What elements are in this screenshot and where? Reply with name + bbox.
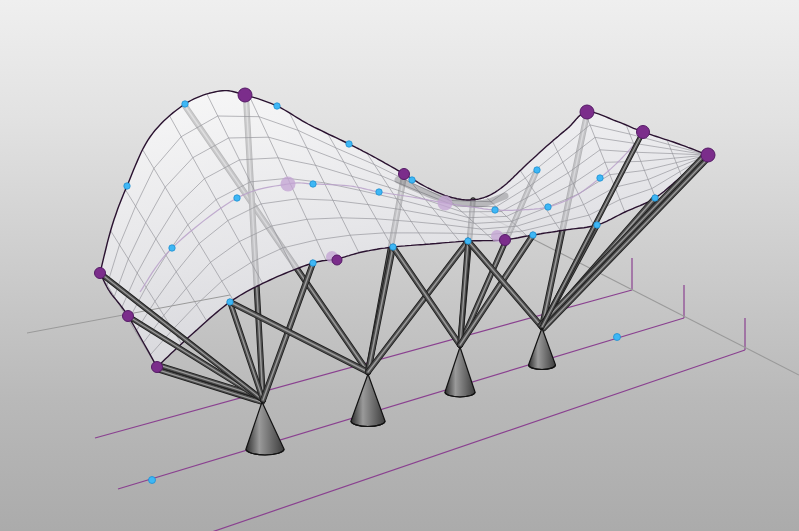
control-point-cyan[interactable] — [376, 189, 382, 195]
control-point-cyan[interactable] — [597, 175, 603, 181]
control-point-cyan[interactable] — [409, 177, 415, 183]
control-point-cyan[interactable] — [274, 103, 280, 109]
control-point-cyan[interactable] — [310, 260, 316, 266]
control-point-cyan[interactable] — [652, 195, 658, 201]
ground-control-point-cyan[interactable] — [149, 477, 156, 484]
adaptive-point-purple[interactable] — [500, 235, 511, 246]
control-point-cyan[interactable] — [346, 141, 352, 147]
control-point-cyan[interactable] — [534, 167, 540, 173]
control-point-cyan[interactable] — [545, 204, 551, 210]
adaptive-point-lavender[interactable] — [438, 196, 453, 211]
control-point-cyan[interactable] — [390, 244, 396, 250]
control-point-cyan[interactable] — [594, 222, 600, 228]
control-point-cyan[interactable] — [492, 207, 498, 213]
control-point-cyan[interactable] — [530, 232, 536, 238]
adaptive-point-purple[interactable] — [332, 255, 342, 265]
adaptive-point-purple[interactable] — [152, 362, 163, 373]
adaptive-point-purple[interactable] — [701, 148, 715, 162]
control-point-cyan[interactable] — [310, 181, 316, 187]
control-point-cyan[interactable] — [182, 101, 188, 107]
control-point-cyan[interactable] — [227, 299, 233, 305]
adaptive-point-lavender[interactable] — [281, 177, 296, 192]
adaptive-point-purple[interactable] — [399, 169, 410, 180]
adaptive-point-purple[interactable] — [637, 126, 650, 139]
adaptive-point-purple[interactable] — [580, 105, 594, 119]
adaptive-point-purple[interactable] — [95, 268, 106, 279]
control-point-cyan[interactable] — [124, 183, 130, 189]
adaptive-point-purple[interactable] — [123, 311, 134, 322]
control-point-cyan[interactable] — [465, 238, 471, 244]
adaptive-point-purple[interactable] — [238, 88, 252, 102]
viewport-3d-canvas[interactable] — [0, 0, 799, 531]
control-point-cyan[interactable] — [234, 195, 240, 201]
ground-control-point-cyan[interactable] — [614, 334, 621, 341]
control-point-cyan[interactable] — [169, 245, 175, 251]
cad-3d-viewport — [0, 0, 799, 531]
